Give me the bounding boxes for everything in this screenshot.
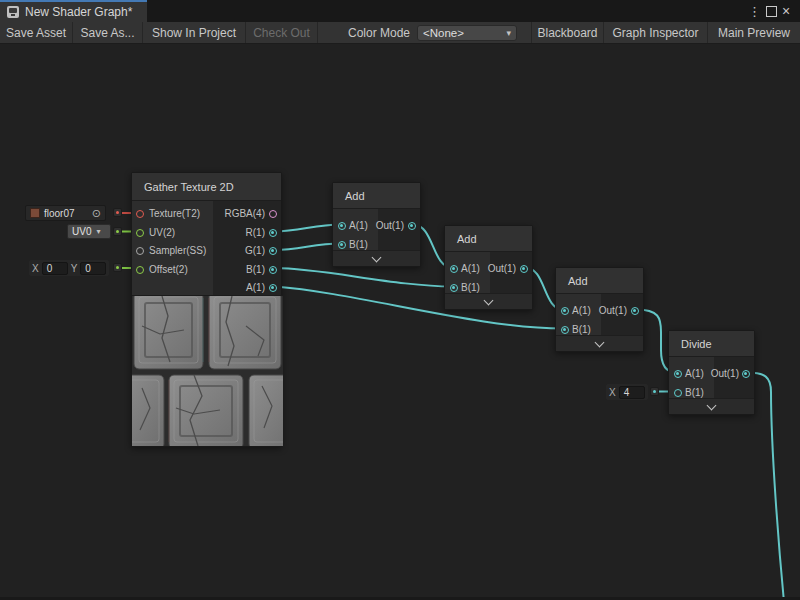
texture-swatch <box>30 208 40 218</box>
port-b-in[interactable] <box>450 284 458 292</box>
shader-graph-icon <box>7 6 19 18</box>
port-label: Out(1) <box>599 304 627 317</box>
port-label: B(1) <box>246 263 265 276</box>
port-g-out[interactable] <box>269 247 277 255</box>
port-label: Out(1) <box>711 367 739 380</box>
x-label: X <box>609 387 616 398</box>
save-asset-button[interactable]: Save Asset <box>0 22 73 43</box>
port-a-in[interactable] <box>561 307 569 315</box>
maximize-icon[interactable] <box>766 0 777 22</box>
port-a-in[interactable] <box>674 370 682 378</box>
preview-collapse-chevron[interactable] <box>445 293 532 309</box>
divide-b-input[interactable]: 4 <box>619 386 645 399</box>
port-a-in[interactable] <box>450 265 458 273</box>
port-offset-in[interactable] <box>136 266 144 274</box>
title-bar: New Shader Graph* ⋮ × <box>0 0 800 22</box>
port-out[interactable] <box>520 265 528 273</box>
save-as-button[interactable]: Save As... <box>73 22 143 43</box>
port-label: A(1) <box>461 262 480 275</box>
toolbar: Save Asset Save As... Show In Project Ch… <box>0 22 800 44</box>
color-mode-label: Color Mode <box>348 22 410 43</box>
node-add-2[interactable]: Add A(1) B(1) Out(1) <box>444 225 533 310</box>
uv-channel-dropdown[interactable]: UV0 ▾ <box>67 224 111 239</box>
node-add-3[interactable]: Add A(1) B(1) Out(1) <box>555 267 644 352</box>
chevron-down-icon <box>484 295 494 305</box>
texture-name: floor07 <box>44 208 75 219</box>
tab-new-shader-graph[interactable]: New Shader Graph* <box>0 0 147 22</box>
port-b-in[interactable] <box>561 326 569 334</box>
node-title: Divide <box>681 338 712 350</box>
texture-object-field[interactable]: floor07 ⊙ <box>25 205 106 221</box>
inline-port-uv[interactable] <box>113 227 122 236</box>
chevron-down-icon: ▾ <box>507 28 512 38</box>
preview-collapse-chevron[interactable] <box>333 250 420 266</box>
node-divide[interactable]: Divide A(1) B(1) Out(1) <box>668 330 755 415</box>
show-in-project-button[interactable]: Show In Project <box>143 22 246 43</box>
port-out[interactable] <box>408 222 416 230</box>
uv-channel-value: UV0 <box>72 226 91 237</box>
port-label: Texture(T2) <box>149 207 200 220</box>
color-mode-value: <None> <box>423 27 502 39</box>
preview-collapse-chevron[interactable] <box>556 335 643 351</box>
port-b-in[interactable] <box>674 389 682 397</box>
graph-inspector-button[interactable]: Graph Inspector <box>603 22 707 43</box>
port-label: RGBA(4) <box>224 207 265 220</box>
port-uv-in[interactable] <box>136 229 144 237</box>
close-icon[interactable]: × <box>782 0 790 22</box>
port-label: Out(1) <box>376 219 404 232</box>
object-picker-icon[interactable]: ⊙ <box>92 208 101 218</box>
preview-collapse-chevron[interactable] <box>669 398 754 414</box>
graph-canvas[interactable] <box>0 44 800 600</box>
port-a-out[interactable] <box>269 284 277 292</box>
port-label: A(1) <box>685 367 704 380</box>
y-label: Y <box>71 263 78 274</box>
chevron-down-icon <box>595 337 605 347</box>
node-preview-texture <box>132 295 283 446</box>
inline-port-texture[interactable] <box>113 208 122 217</box>
port-label: G(1) <box>245 244 265 257</box>
node-gather-texture-2d[interactable]: Gather Texture 2D Texture(T2) UV(2) Samp… <box>131 172 282 447</box>
port-label: UV(2) <box>149 226 175 239</box>
shader-graph-window: New Shader Graph* ⋮ × Save Asset Save As… <box>0 0 800 600</box>
port-b-out[interactable] <box>269 266 277 274</box>
port-out[interactable] <box>631 307 639 315</box>
port-sampler-in[interactable] <box>136 247 144 255</box>
port-label: A(1) <box>349 219 368 232</box>
port-label: Offset(2) <box>149 263 188 276</box>
main-preview-button[interactable]: Main Preview <box>707 22 800 43</box>
offset-x-input[interactable]: 0 <box>42 262 68 275</box>
port-label: A(1) <box>572 304 591 317</box>
port-a-in[interactable] <box>338 222 346 230</box>
x-label: X <box>32 263 39 274</box>
chevron-down-icon <box>707 400 717 410</box>
inline-port-offset[interactable] <box>113 263 122 272</box>
blackboard-button[interactable]: Blackboard <box>531 22 603 43</box>
port-label: Sampler(SS) <box>149 244 206 257</box>
node-title: Gather Texture 2D <box>144 181 234 193</box>
inline-port-divide-b[interactable] <box>650 387 659 396</box>
node-title: Add <box>345 190 365 202</box>
node-title: Add <box>457 233 477 245</box>
port-label: A(1) <box>246 281 265 294</box>
chevron-down-icon <box>372 252 382 262</box>
port-label: Out(1) <box>488 262 516 275</box>
tab-title: New Shader Graph* <box>25 5 132 19</box>
port-r-out[interactable] <box>269 229 277 237</box>
port-label: R(1) <box>246 226 265 239</box>
port-texture-in[interactable] <box>136 210 144 218</box>
offset-vector2-field[interactable]: X 0 Y 0 <box>29 260 109 276</box>
port-rgba-out[interactable] <box>269 210 277 218</box>
check-out-button: Check Out <box>246 22 318 43</box>
node-add-1[interactable]: Add A(1) B(1) Out(1) <box>332 182 421 267</box>
node-title: Add <box>568 275 588 287</box>
port-b-in[interactable] <box>338 241 346 249</box>
color-mode-dropdown[interactable]: <None> ▾ <box>417 25 517 41</box>
offset-y-input[interactable]: 0 <box>80 262 106 275</box>
chevron-down-icon: ▾ <box>96 227 100 236</box>
port-out[interactable] <box>742 370 750 378</box>
divide-b-field[interactable]: X 4 <box>606 384 648 400</box>
window-menu-icon[interactable]: ⋮ <box>748 0 761 22</box>
